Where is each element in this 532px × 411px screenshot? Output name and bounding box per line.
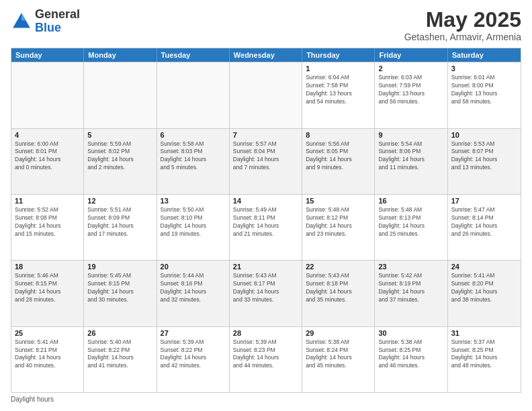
day-info: Sunrise: 5:41 AM Sunset: 8:20 PM Dayligh… [451, 272, 517, 304]
calendar-cell: 26Sunrise: 5:40 AM Sunset: 8:22 PM Dayli… [84, 327, 157, 392]
title-block: May 2025 Getashen, Armavir, Armenia [404, 8, 521, 42]
calendar-cell: 18Sunrise: 5:46 AM Sunset: 8:15 PM Dayli… [11, 261, 84, 326]
calendar: SundayMondayTuesdayWednesdayThursdayFrid… [11, 48, 521, 393]
day-info: Sunrise: 5:47 AM Sunset: 8:14 PM Dayligh… [451, 206, 517, 238]
day-number: 25 [15, 329, 80, 337]
day-info: Sunrise: 5:53 AM Sunset: 8:07 PM Dayligh… [451, 140, 517, 173]
calendar-cell: 24Sunrise: 5:41 AM Sunset: 8:20 PM Dayli… [448, 261, 521, 326]
calendar-cell: 17Sunrise: 5:47 AM Sunset: 8:14 PM Dayli… [448, 195, 521, 260]
calendar-cell: 2Sunrise: 6:03 AM Sunset: 7:59 PM Daylig… [375, 62, 447, 128]
day-info: Sunrise: 6:01 AM Sunset: 8:00 PM Dayligh… [451, 74, 517, 106]
day-number: 5 [87, 131, 152, 139]
calendar-cell: 21Sunrise: 5:43 AM Sunset: 8:17 PM Dayli… [230, 261, 302, 326]
day-number: 27 [161, 329, 226, 337]
calendar-cell [84, 62, 157, 128]
col-header-tuesday: Tuesday [157, 48, 230, 62]
calendar-cell: 31Sunrise: 5:37 AM Sunset: 8:25 PM Dayli… [448, 327, 521, 392]
svg-marker-1 [21, 13, 26, 20]
day-info: Sunrise: 6:04 AM Sunset: 7:58 PM Dayligh… [306, 74, 371, 106]
day-number: 7 [233, 131, 298, 139]
col-header-monday: Monday [84, 48, 157, 62]
day-number: 9 [378, 131, 443, 139]
day-info: Sunrise: 5:46 AM Sunset: 8:15 PM Dayligh… [15, 272, 80, 304]
day-info: Sunrise: 5:42 AM Sunset: 8:19 PM Dayligh… [378, 272, 443, 304]
logo-general-text: General [35, 7, 80, 21]
calendar-cell: 15Sunrise: 5:48 AM Sunset: 8:12 PM Dayli… [302, 195, 375, 260]
day-info: Sunrise: 5:52 AM Sunset: 8:08 PM Dayligh… [15, 206, 80, 238]
day-number: 6 [161, 131, 226, 139]
day-number: 20 [161, 263, 226, 271]
day-info: Sunrise: 5:41 AM Sunset: 8:21 PM Dayligh… [15, 338, 80, 371]
day-number: 21 [233, 263, 298, 271]
day-number: 12 [87, 197, 152, 205]
day-number: 28 [233, 329, 298, 337]
calendar-cell: 5Sunrise: 5:59 AM Sunset: 8:02 PM Daylig… [84, 129, 157, 194]
day-info: Sunrise: 5:51 AM Sunset: 8:09 PM Dayligh… [87, 206, 152, 238]
calendar-week-3: 11Sunrise: 5:52 AM Sunset: 8:08 PM Dayli… [11, 194, 521, 260]
calendar-week-5: 25Sunrise: 5:41 AM Sunset: 8:21 PM Dayli… [11, 326, 521, 392]
calendar-cell: 4Sunrise: 6:00 AM Sunset: 8:01 PM Daylig… [11, 129, 84, 194]
calendar-cell: 14Sunrise: 5:49 AM Sunset: 8:11 PM Dayli… [230, 195, 302, 260]
calendar-week-2: 4Sunrise: 6:00 AM Sunset: 8:01 PM Daylig… [11, 128, 521, 194]
day-info: Sunrise: 6:00 AM Sunset: 8:01 PM Dayligh… [15, 140, 80, 173]
day-number: 22 [306, 263, 371, 271]
day-number: 13 [161, 197, 226, 205]
day-number: 11 [15, 197, 80, 205]
day-info: Sunrise: 5:57 AM Sunset: 8:04 PM Dayligh… [233, 140, 298, 173]
day-number: 1 [306, 64, 371, 73]
calendar-cell: 7Sunrise: 5:57 AM Sunset: 8:04 PM Daylig… [230, 129, 302, 194]
day-info: Sunrise: 5:50 AM Sunset: 8:10 PM Dayligh… [161, 206, 226, 238]
day-number: 29 [306, 329, 371, 337]
day-info: Sunrise: 5:39 AM Sunset: 8:23 PM Dayligh… [233, 338, 298, 371]
footer-note: Daylight hours [11, 396, 521, 403]
calendar-cell [230, 62, 302, 128]
day-info: Sunrise: 5:40 AM Sunset: 8:22 PM Dayligh… [87, 338, 152, 371]
day-number: 2 [378, 64, 443, 73]
day-number: 8 [306, 131, 371, 139]
logo-icon [11, 11, 32, 32]
calendar-cell: 16Sunrise: 5:48 AM Sunset: 8:13 PM Dayli… [375, 195, 447, 260]
day-number: 15 [306, 197, 371, 205]
day-number: 3 [451, 64, 517, 73]
day-number: 26 [87, 329, 152, 337]
day-info: Sunrise: 5:38 AM Sunset: 8:25 PM Dayligh… [378, 338, 443, 371]
day-info: Sunrise: 5:48 AM Sunset: 8:13 PM Dayligh… [378, 206, 443, 238]
calendar-cell [157, 62, 230, 128]
day-info: Sunrise: 5:44 AM Sunset: 8:16 PM Dayligh… [161, 272, 226, 304]
calendar-week-4: 18Sunrise: 5:46 AM Sunset: 8:15 PM Dayli… [11, 260, 521, 326]
calendar-cell: 27Sunrise: 5:39 AM Sunset: 8:22 PM Dayli… [157, 327, 230, 392]
col-header-friday: Friday [375, 48, 447, 62]
calendar-cell: 10Sunrise: 5:53 AM Sunset: 8:07 PM Dayli… [448, 129, 521, 194]
day-info: Sunrise: 5:45 AM Sunset: 8:15 PM Dayligh… [87, 272, 152, 304]
calendar-cell: 20Sunrise: 5:44 AM Sunset: 8:16 PM Dayli… [157, 261, 230, 326]
calendar-cell: 6Sunrise: 5:58 AM Sunset: 8:03 PM Daylig… [157, 129, 230, 194]
daylight-label: Daylight hours [11, 396, 54, 403]
calendar-cell: 9Sunrise: 5:54 AM Sunset: 8:06 PM Daylig… [375, 129, 447, 194]
calendar-cell: 25Sunrise: 5:41 AM Sunset: 8:21 PM Dayli… [11, 327, 84, 392]
calendar-cell: 23Sunrise: 5:42 AM Sunset: 8:19 PM Dayli… [375, 261, 447, 326]
col-header-saturday: Saturday [448, 48, 521, 62]
day-info: Sunrise: 5:37 AM Sunset: 8:25 PM Dayligh… [451, 338, 517, 371]
calendar-cell: 22Sunrise: 5:43 AM Sunset: 8:18 PM Dayli… [302, 261, 375, 326]
day-info: Sunrise: 5:39 AM Sunset: 8:22 PM Dayligh… [161, 338, 226, 371]
calendar-cell: 12Sunrise: 5:51 AM Sunset: 8:09 PM Dayli… [84, 195, 157, 260]
day-info: Sunrise: 5:48 AM Sunset: 8:12 PM Dayligh… [306, 206, 371, 238]
header: General Blue May 2025 Getashen, Armavir,… [11, 8, 521, 42]
month-title: May 2025 [404, 8, 521, 32]
col-header-thursday: Thursday [302, 48, 375, 62]
col-header-sunday: Sunday [11, 48, 84, 62]
calendar-cell: 29Sunrise: 5:38 AM Sunset: 8:24 PM Dayli… [302, 327, 375, 392]
day-number: 10 [451, 131, 517, 139]
day-number: 17 [451, 197, 517, 205]
calendar-cell: 8Sunrise: 5:56 AM Sunset: 8:05 PM Daylig… [302, 129, 375, 194]
col-header-wednesday: Wednesday [230, 48, 302, 62]
logo: General Blue [11, 8, 80, 35]
day-number: 31 [451, 329, 517, 337]
day-number: 19 [87, 263, 152, 271]
day-number: 23 [378, 263, 443, 271]
calendar-body: 1Sunrise: 6:04 AM Sunset: 7:58 PM Daylig… [11, 62, 521, 392]
day-number: 16 [378, 197, 443, 205]
day-number: 14 [233, 197, 298, 205]
calendar-cell: 28Sunrise: 5:39 AM Sunset: 8:23 PM Dayli… [230, 327, 302, 392]
day-info: Sunrise: 6:03 AM Sunset: 7:59 PM Dayligh… [378, 74, 443, 106]
